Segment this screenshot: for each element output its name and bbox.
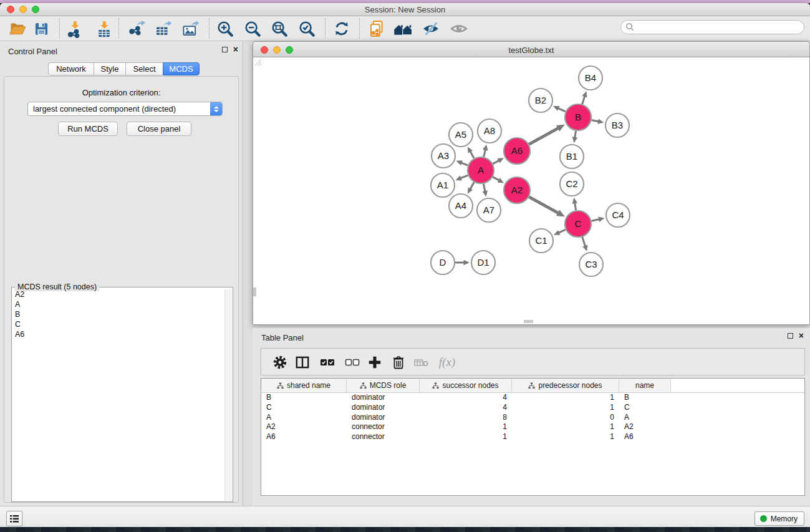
close-panel-button[interactable]: Close panel [127,122,191,136]
column-header-MCDS-role[interactable]: MCDS role [347,379,420,392]
graph-node-C4[interactable]: C4 [606,203,630,227]
graph-node-C3[interactable]: C3 [579,253,603,276]
graph-node-A2[interactable]: A2 [504,177,530,203]
edge-C-C3[interactable] [582,237,586,247]
graph-node-B3[interactable]: B3 [605,114,629,137]
network-canvas[interactable]: B4B2BB3A5A8A6B1A3AC2A1A2A4A7C4CC1C3DD1 [253,57,810,325]
close-table-panel-icon[interactable]: × [799,332,804,339]
edge-A-A4[interactable] [470,182,474,190]
zoom-in-button[interactable] [215,19,235,39]
zoom-out-button[interactable] [243,19,263,39]
delete-table-icon [413,354,430,370]
column-header-name[interactable]: name [619,379,671,392]
graph-node-D[interactable]: D [431,251,455,274]
open-session-button[interactable] [7,19,27,39]
horizontal-scroll-thumb[interactable] [524,320,533,323]
save-session-button[interactable] [31,19,51,39]
search-field[interactable] [620,20,804,34]
edge-B-B2[interactable] [557,108,566,112]
function-builder-button[interactable]: f(x) [435,353,460,372]
graph-node-B2[interactable]: B2 [529,89,552,112]
edge-C-C1[interactable] [558,230,566,233]
float-table-panel-icon[interactable] [788,333,793,339]
result-list-scrollbar[interactable] [224,289,232,501]
clone-network-button[interactable] [367,19,387,39]
edge-A2-C[interactable] [529,197,559,213]
graph-node-A1[interactable]: A1 [431,173,455,197]
table-row[interactable]: Adominator80A [261,413,804,423]
graph-node-A[interactable]: A [468,157,494,183]
result-list-item[interactable]: A2 [12,289,225,299]
show-column-button[interactable] [293,353,312,372]
graph-node-A6[interactable]: A6 [504,138,530,164]
show-details-button[interactable] [449,19,469,39]
table-row[interactable]: Bdominator41B [261,393,804,403]
close-panel-icon[interactable]: × [233,46,238,53]
hide-details-button[interactable] [421,19,441,39]
graph-node-C[interactable]: C [565,211,591,237]
graph-node-B1[interactable]: B1 [560,145,584,168]
svg-text:D: D [440,257,446,268]
graph-node-A8[interactable]: A8 [478,119,501,143]
table-cell: A2 [261,422,347,432]
import-table-button[interactable] [94,19,114,39]
edge-arrowhead-icon [598,217,604,222]
graph-node-A5[interactable]: A5 [449,123,473,147]
column-header-successor-nodes[interactable]: successor nodes [420,379,512,392]
edge-C-C4[interactable] [591,219,600,221]
result-list-item[interactable]: A [12,299,225,309]
export-table-button[interactable] [153,19,173,39]
memory-status-icon [760,515,767,522]
graph-node-A7[interactable]: A7 [477,198,501,222]
graph-node-B4[interactable]: B4 [579,66,602,90]
select-all-columns-button[interactable] [318,353,337,372]
tab-select[interactable]: Select [125,62,163,75]
create-column-button[interactable] [365,353,384,372]
result-list-item[interactable]: C [12,319,225,329]
export-image-icon [181,19,200,38]
table-row[interactable]: A2connector11A2 [261,422,804,432]
criterion-select[interactable]: largest connected component (directed) [27,102,223,116]
tab-network[interactable]: Network [48,62,94,75]
float-panel-icon[interactable] [222,47,228,52]
edge-A-A5[interactable] [470,151,474,158]
result-list-item[interactable]: B [12,309,225,319]
graph-node-A3[interactable]: A3 [432,144,455,168]
graph-node-C1[interactable]: C1 [529,229,553,253]
edge-A6-B[interactable] [529,128,559,144]
edge-arrowhead-icon [456,160,463,165]
deselect-all-columns-button[interactable] [343,353,362,372]
edge-A-A7[interactable] [483,184,485,193]
edge-B-B4[interactable] [582,95,585,104]
tab-style[interactable]: Style [94,62,126,75]
clone-network-icon [368,19,387,38]
graph-node-D1[interactable]: D1 [471,251,495,274]
result-list-item[interactable]: A6 [12,329,225,339]
edge-A-A1[interactable] [460,175,468,178]
svg-text:A1: A1 [437,180,448,190]
search-input[interactable] [635,21,804,34]
import-network-button[interactable] [65,19,85,39]
table-settings-button[interactable] [271,353,289,372]
table-row[interactable]: Cdominator41C [261,403,804,413]
graph-node-A4[interactable]: A4 [449,194,473,218]
resize-grip-icon[interactable] [253,57,262,66]
export-image-button[interactable] [180,19,200,39]
task-history-button[interactable] [6,511,22,526]
vertical-scroll-thumb[interactable] [253,288,256,296]
column-header-predecessor-nodes[interactable]: predecessor nodes [512,379,619,392]
graph-node-C2[interactable]: C2 [560,172,584,196]
export-network-button[interactable] [127,19,147,39]
first-neighbors-button[interactable] [393,19,413,39]
table-row[interactable]: A6connector11A6 [261,432,804,442]
delete-table-button[interactable] [412,353,431,372]
column-header-shared-name[interactable]: shared name [261,379,347,392]
delete-column-button[interactable] [389,353,408,372]
zoom-fit-button[interactable] [269,19,289,39]
graph-node-B[interactable]: B [565,104,591,130]
tab-mcds[interactable]: MCDS [163,62,200,75]
run-mcds-button[interactable]: Run MCDS [58,122,118,136]
memory-button[interactable]: Memory [755,511,804,526]
zoom-selected-button[interactable] [297,19,317,39]
refresh-layout-button[interactable] [332,19,352,39]
